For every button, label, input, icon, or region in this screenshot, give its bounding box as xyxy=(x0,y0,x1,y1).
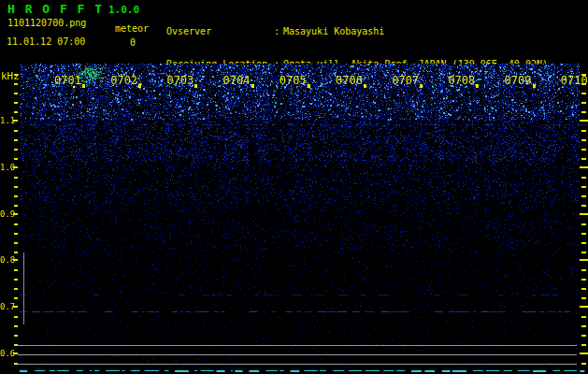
info-label: Ovserver xyxy=(166,25,274,37)
app-version: 1.0.0 xyxy=(108,4,139,16)
freq-minor-tick-right xyxy=(581,74,586,76)
freq-minor-tick-right xyxy=(581,102,586,104)
freq-minor-tick xyxy=(14,186,18,188)
freq-minor-tick-right xyxy=(581,269,586,271)
time-label-0708: 0708 xyxy=(448,74,475,87)
freq-minor-tick-right xyxy=(581,149,586,151)
freq-major-tick xyxy=(13,213,18,215)
freq-major-tick-right xyxy=(580,352,588,354)
freq-minor-tick-right xyxy=(581,223,586,225)
time-tick xyxy=(138,84,141,88)
time-label-0704: 0704 xyxy=(223,74,251,87)
freq-major-tick xyxy=(13,259,18,261)
time-label-0707: 0707 xyxy=(392,74,419,87)
time-label-0705: 0705 xyxy=(280,74,307,87)
freq-unit-label: kHz xyxy=(1,70,20,82)
app-title: H R O F F T xyxy=(7,2,104,16)
freq-minor-tick xyxy=(14,316,18,318)
info-row-observer: Ovserver : Masayuki Kobayashi xyxy=(166,25,548,37)
freq-minor-tick-right xyxy=(581,344,586,346)
time-tick xyxy=(476,84,479,88)
vertical-marker-line xyxy=(23,252,24,324)
freq-minor-tick xyxy=(14,205,18,207)
info-separator: : xyxy=(274,25,283,37)
freq-minor-tick xyxy=(14,93,18,94)
carrier-line xyxy=(18,364,577,365)
freq-minor-tick xyxy=(14,297,18,299)
freq-minor-tick-right xyxy=(581,297,586,299)
freq-minor-tick xyxy=(14,149,18,151)
freq-minor-tick-right xyxy=(581,279,586,280)
freq-minor-tick-right xyxy=(581,93,586,94)
freq-minor-tick-right xyxy=(581,288,586,290)
mode-label: meteor xyxy=(115,23,149,34)
time-label-0701: 0701 xyxy=(54,74,81,87)
freq-minor-tick xyxy=(14,139,18,141)
freq-minor-tick xyxy=(14,158,18,160)
freq-minor-tick xyxy=(14,288,18,290)
freq-minor-tick-right xyxy=(581,195,586,197)
freq-major-tick xyxy=(13,120,18,122)
time-label-0703: 0703 xyxy=(166,74,194,87)
info-value: Masayuki Kobayashi xyxy=(283,25,384,37)
freq-minor-tick xyxy=(14,83,18,85)
freq-minor-tick-right xyxy=(581,205,586,207)
freq-minor-tick-right xyxy=(581,186,586,188)
time-label-0702: 0702 xyxy=(110,74,137,87)
freq-minor-tick xyxy=(14,111,18,113)
freq-minor-tick xyxy=(14,269,18,271)
freq-minor-tick xyxy=(14,279,18,280)
time-label-0706: 0706 xyxy=(336,74,363,87)
freq-minor-tick xyxy=(14,325,18,327)
freq-minor-tick xyxy=(14,252,18,253)
freq-minor-tick xyxy=(14,233,18,235)
freq-minor-tick xyxy=(14,177,18,179)
time-tick xyxy=(533,84,536,88)
freq-minor-tick-right xyxy=(581,177,586,179)
freq-minor-tick xyxy=(14,335,18,337)
freq-minor-tick-right xyxy=(581,83,586,85)
observation-datetime: 11.01.12 07:00 xyxy=(7,36,85,47)
freq-minor-tick-right xyxy=(581,139,586,141)
time-tick xyxy=(420,84,423,88)
spectrogram-noise xyxy=(20,64,588,374)
time-tick xyxy=(194,84,197,88)
freq-minor-tick xyxy=(14,195,18,197)
freq-minor-tick-right xyxy=(581,335,586,337)
freq-minor-tick-right xyxy=(581,316,586,318)
freq-major-tick-right xyxy=(580,213,588,215)
carrier-line xyxy=(18,345,577,346)
carrier-line xyxy=(18,354,577,355)
freq-minor-tick-right xyxy=(581,111,586,113)
freq-major-tick xyxy=(13,306,18,308)
output-filename: 1101120700.png xyxy=(7,18,86,28)
freq-minor-tick xyxy=(14,344,18,346)
freq-minor-tick-right xyxy=(581,158,586,160)
hrofft-screen: H R O F F T 1.0.0 1101120700.png meteor … xyxy=(0,0,588,374)
freq-minor-tick-right xyxy=(581,233,586,235)
freq-minor-tick xyxy=(14,74,18,76)
freq-major-tick xyxy=(13,166,18,168)
time-tick xyxy=(308,84,310,88)
freq-minor-tick xyxy=(14,242,18,244)
freq-minor-tick-right xyxy=(581,325,586,327)
freq-minor-tick xyxy=(14,223,18,225)
freq-major-tick-right xyxy=(580,120,588,122)
freq-major-tick-right xyxy=(580,306,588,308)
time-tick xyxy=(82,84,85,88)
freq-minor-tick-right xyxy=(581,242,586,244)
freq-minor-tick xyxy=(14,130,18,132)
freq-major-tick xyxy=(13,352,18,354)
freq-minor-tick xyxy=(14,102,18,104)
time-tick xyxy=(364,84,366,88)
freq-minor-tick-right xyxy=(581,252,586,253)
meteor-count: 0 xyxy=(130,37,136,48)
freq-major-tick-right xyxy=(580,166,588,168)
time-tick xyxy=(251,84,254,88)
freq-major-tick-right xyxy=(580,259,588,261)
freq-minor-tick-right xyxy=(581,363,586,365)
time-label-0709: 0709 xyxy=(505,74,532,87)
freq-minor-tick-right xyxy=(581,130,586,132)
freq-minor-tick xyxy=(14,363,18,365)
